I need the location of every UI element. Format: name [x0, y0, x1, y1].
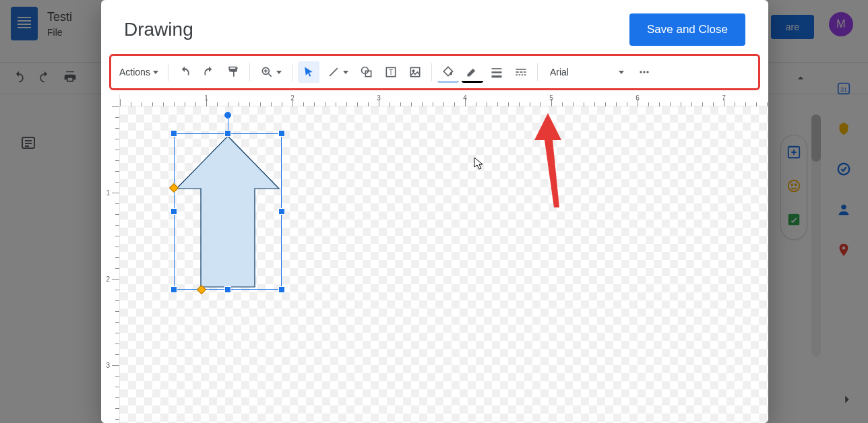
- line-tool[interactable]: [322, 61, 353, 83]
- svg-rect-37: [524, 74, 526, 75]
- chevron-down-icon: [619, 71, 624, 74]
- resize-handle-s[interactable]: [224, 286, 231, 293]
- redo-button[interactable]: [198, 61, 220, 83]
- svg-line-20: [330, 68, 338, 76]
- horizontal-ruler: 1234567: [120, 94, 768, 106]
- svg-rect-36: [522, 74, 524, 75]
- svg-rect-25: [410, 67, 419, 76]
- resize-handle-w[interactable]: [170, 208, 177, 215]
- modal-title: Drawing: [124, 19, 193, 40]
- fill-color-button[interactable]: [437, 61, 459, 83]
- chevron-down-icon: [343, 71, 348, 74]
- svg-rect-33: [524, 71, 526, 73]
- border-weight-button[interactable]: [486, 61, 507, 83]
- resize-handle-nw[interactable]: [170, 130, 177, 137]
- select-tool[interactable]: [298, 61, 319, 83]
- undo-button[interactable]: [174, 61, 195, 83]
- svg-rect-34: [516, 74, 518, 75]
- svg-rect-27: [491, 68, 501, 69]
- svg-rect-32: [520, 71, 522, 73]
- resize-handle-ne[interactable]: [278, 130, 285, 137]
- actions-label: Actions: [119, 67, 150, 77]
- svg-point-40: [646, 71, 648, 73]
- svg-rect-30: [516, 69, 526, 70]
- chevron-down-icon: [153, 71, 158, 74]
- svg-point-26: [412, 70, 414, 72]
- resize-handle-se[interactable]: [278, 286, 285, 293]
- drawing-canvas[interactable]: [120, 106, 768, 423]
- shape-tool[interactable]: [356, 61, 377, 83]
- selection-box: [174, 133, 282, 290]
- actions-menu[interactable]: Actions: [115, 67, 162, 77]
- font-label: Arial: [550, 67, 569, 77]
- image-tool[interactable]: [404, 61, 426, 83]
- svg-point-39: [643, 71, 645, 73]
- svg-point-38: [640, 71, 642, 73]
- svg-rect-28: [491, 71, 501, 73]
- drawing-toolbar: Actions T: [115, 59, 754, 86]
- more-options-button[interactable]: [633, 61, 655, 83]
- toolbar-highlight: Actions T: [109, 54, 760, 90]
- font-family-dropdown[interactable]: Arial: [543, 62, 631, 82]
- mouse-cursor-icon: [474, 157, 485, 173]
- paint-format-button[interactable]: [222, 61, 244, 83]
- drawing-modal: Drawing Save and Close Actions: [101, 0, 768, 423]
- save-and-close-button[interactable]: Save and Close: [629, 13, 745, 46]
- vertical-ruler: 123: [101, 94, 120, 423]
- svg-text:T: T: [389, 69, 393, 76]
- rotation-handle[interactable]: [224, 112, 231, 119]
- border-color-button[interactable]: [462, 61, 483, 83]
- annotation-arrow-icon: [524, 113, 571, 207]
- border-dash-button[interactable]: [510, 61, 532, 83]
- resize-handle-e[interactable]: [278, 208, 285, 215]
- resize-handle-sw[interactable]: [170, 286, 177, 293]
- chevron-down-icon: [276, 71, 282, 74]
- svg-rect-35: [519, 74, 521, 75]
- text-box-tool[interactable]: T: [380, 61, 402, 83]
- selected-shape-arrow[interactable]: [174, 133, 282, 290]
- svg-line-17: [268, 74, 271, 77]
- zoom-button[interactable]: [255, 61, 286, 83]
- svg-rect-31: [516, 71, 518, 73]
- resize-handle-n[interactable]: [224, 130, 231, 137]
- svg-rect-29: [491, 75, 501, 77]
